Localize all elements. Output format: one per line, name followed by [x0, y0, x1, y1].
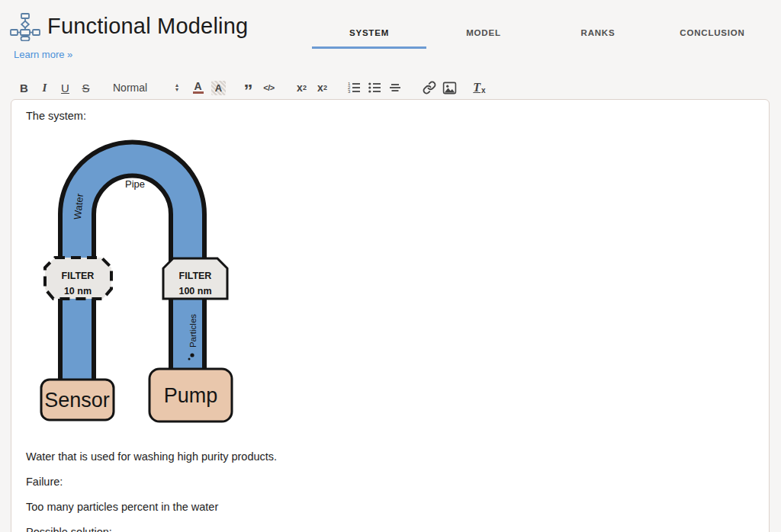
pipe-label: Pipe — [125, 178, 145, 190]
paragraph-intro: The system: — [26, 110, 86, 122]
clear-formatting-x: x — [481, 86, 486, 95]
ordered-list-icon: 123 — [347, 81, 361, 95]
bullet-list-icon — [368, 81, 381, 95]
align-button[interactable] — [384, 78, 405, 98]
pump-label: Pump — [164, 384, 218, 407]
underline-button[interactable]: U — [55, 78, 76, 98]
editor-content[interactable]: The system: Pipe Water Particles FILTER … — [11, 99, 770, 532]
filter-left-title: FILTER — [62, 271, 95, 281]
code-block-button[interactable]: </> — [259, 78, 279, 98]
learn-more-link[interactable]: Learn more » — [14, 49, 72, 60]
editor-toolbar: B I U S Normal ▴▾ A A ” </> x2 x2 123 — [11, 77, 490, 98]
subscript-base: x — [297, 82, 303, 94]
link-icon — [423, 81, 436, 95]
tab-model-label: MODEL — [466, 28, 501, 37]
bold-button[interactable]: B — [14, 78, 34, 98]
blockquote-icon: ” — [244, 88, 253, 95]
subscript-button[interactable]: x2 — [291, 78, 312, 98]
tab-system[interactable]: SYSTEM — [312, 0, 426, 49]
subscript-digit: 2 — [303, 84, 307, 91]
tab-bar: SYSTEM MODEL RANKS CONCLUSION — [312, 0, 770, 49]
page-title: Functional Modeling — [47, 14, 248, 39]
superscript-base: x — [317, 82, 323, 94]
paragraph-solution-label: Possible solution: — [26, 526, 112, 532]
highlight-color-button[interactable]: A — [208, 78, 229, 98]
ordered-list-button[interactable]: 123 — [343, 78, 364, 98]
insert-image-button[interactable] — [439, 78, 460, 98]
italic-button[interactable]: I — [34, 78, 55, 98]
strike-button[interactable]: S — [76, 78, 96, 98]
tab-conclusion-label: CONCLUSION — [680, 28, 744, 37]
paragraph-format-select[interactable]: Normal ▴▾ — [110, 78, 178, 98]
text-color-bar-icon — [193, 91, 204, 94]
insert-link-button[interactable] — [419, 78, 439, 98]
text-color-button[interactable]: A — [188, 78, 208, 98]
superscript-digit: 2 — [323, 84, 327, 91]
superscript-button[interactable]: x2 — [312, 78, 333, 98]
bullet-list-button[interactable] — [364, 78, 384, 98]
highlight-color-icon: A — [211, 81, 226, 95]
clear-formatting-t: T — [473, 81, 480, 95]
system-diagram[interactable]: Pipe Water Particles FILTER 10 nm FILTER… — [24, 134, 268, 435]
filter-right-title: FILTER — [179, 271, 212, 281]
svg-text:3: 3 — [348, 89, 351, 94]
blockquote-button[interactable]: ” — [238, 78, 259, 98]
flowchart-logo-icon — [10, 13, 40, 41]
sensor-label: Sensor — [44, 389, 110, 412]
paragraph-format-value: Normal — [110, 82, 175, 94]
paragraph-failure-text: Too many particles percent in the water — [26, 501, 218, 513]
paragraph-description: Water that is used for washing high puri… — [26, 450, 277, 463]
tab-conclusion[interactable]: CONCLUSION — [655, 0, 770, 49]
particles-label: Particles — [188, 314, 198, 348]
tab-system-label: SYSTEM — [349, 28, 389, 37]
image-icon — [442, 81, 457, 95]
align-center-icon — [388, 81, 402, 95]
paragraph-failure-label: Failure: — [26, 476, 63, 488]
clear-formatting-button[interactable]: T x — [469, 78, 490, 98]
text-color-letter: A — [194, 82, 201, 91]
tab-ranks-label: RANKS — [581, 28, 615, 37]
filter-right-size: 100 nm — [178, 286, 211, 296]
tab-ranks[interactable]: RANKS — [541, 0, 655, 49]
tab-model[interactable]: MODEL — [426, 0, 541, 49]
code-icon: </> — [263, 83, 274, 92]
dropdown-arrows-icon: ▴▾ — [175, 83, 178, 92]
filter-left-size: 10 nm — [64, 286, 92, 296]
